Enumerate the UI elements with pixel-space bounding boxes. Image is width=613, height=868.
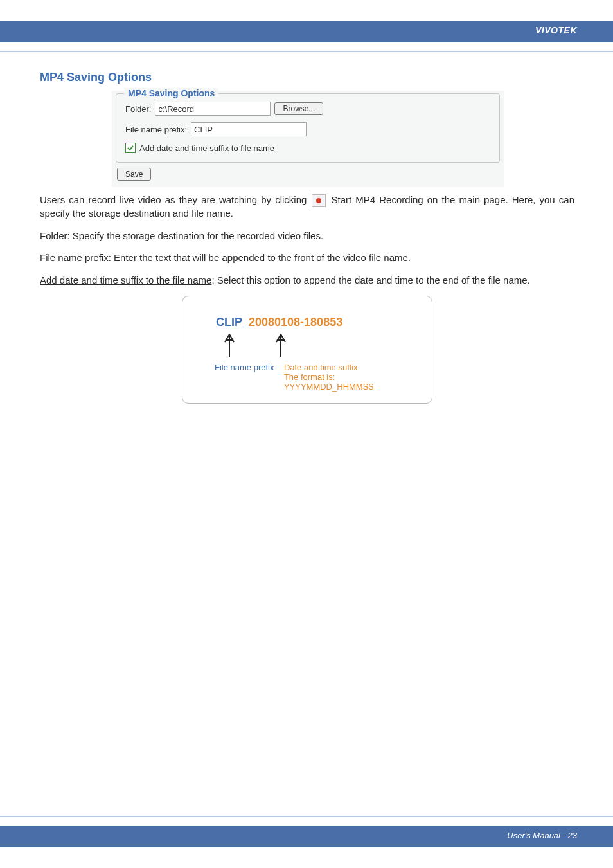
example-prefix: CLIP_ <box>216 316 249 329</box>
caption-row: File name prefix Date and time suffix Th… <box>215 363 414 392</box>
header-band: VIVOTEK <box>0 21 613 42</box>
suffix-row: Add date and time suffix to file name <box>125 143 490 153</box>
section-title: MP4 Saving Options <box>40 71 574 84</box>
add-suffix-label: Add date and time suffix to file name <box>139 143 274 153</box>
paragraph-intro: Users can record live video as they are … <box>40 194 574 220</box>
paragraph-folder-rest: : Specify the storage destination for th… <box>67 230 324 241</box>
record-icon <box>312 194 326 207</box>
paragraph-suffix: Add date and time suffix to the file nam… <box>40 274 574 287</box>
prefix-input[interactable] <box>191 122 306 136</box>
caption-date: Date and time suffix The format is: YYYY… <box>284 363 414 392</box>
paragraph-prefix-rest: : Enter the text that will be appended t… <box>109 252 411 263</box>
arrows-row <box>224 333 414 357</box>
save-button[interactable]: Save <box>117 168 151 181</box>
fieldset-legend: MP4 Saving Options <box>124 88 218 98</box>
add-suffix-checkbox[interactable] <box>125 143 136 153</box>
paragraph-folder: Folder: Specify the storage destination … <box>40 230 574 242</box>
example-date: 20080108-180853 <box>249 316 342 329</box>
filename-illustration: CLIP_20080108-180853 File name prefix Da… <box>182 296 432 404</box>
brand-label: VIVOTEK <box>535 25 577 35</box>
options-panel: MP4 Saving Options Folder: Browse... Fil… <box>112 91 504 187</box>
paragraph-prefix-u: File name prefix <box>40 252 109 263</box>
paragraph-suffix-rest: : Select this option to append the date … <box>211 275 529 285</box>
footer-page-label: User's Manual - 23 <box>507 831 577 840</box>
caption-date-line2: The format is: YYYYMMDD_HHMMSS <box>284 372 414 392</box>
paragraph-intro-a: Users can record live video as they are … <box>40 194 310 205</box>
paragraph-prefix: File name prefix: Enter the text that wi… <box>40 251 574 264</box>
record-dot-icon <box>316 198 321 203</box>
header-divider <box>0 51 613 52</box>
folder-input[interactable] <box>155 102 271 116</box>
folder-row: Folder: Browse... <box>125 102 490 116</box>
paragraph-suffix-u: Add date and time suffix to the file nam… <box>40 275 211 285</box>
arrow-up-icon <box>224 333 235 357</box>
paragraph-folder-u: Folder <box>40 230 67 241</box>
prefix-label: File name prefix: <box>125 125 187 134</box>
example-filename: CLIP_20080108-180853 <box>216 316 414 329</box>
footer-divider <box>0 816 613 817</box>
save-row: Save <box>117 168 501 181</box>
folder-label: Folder: <box>125 104 151 114</box>
prefix-row: File name prefix: <box>125 122 490 136</box>
caption-prefix: File name prefix <box>215 363 278 372</box>
browse-button[interactable]: Browse... <box>274 102 323 115</box>
options-fieldset: MP4 Saving Options Folder: Browse... Fil… <box>116 93 500 163</box>
footer-band: User's Manual - 23 <box>0 826 613 847</box>
caption-date-line1: Date and time suffix <box>284 363 414 372</box>
content-area: MP4 Saving Options MP4 Saving Options Fo… <box>40 71 574 404</box>
arrow-up-icon <box>275 333 287 357</box>
